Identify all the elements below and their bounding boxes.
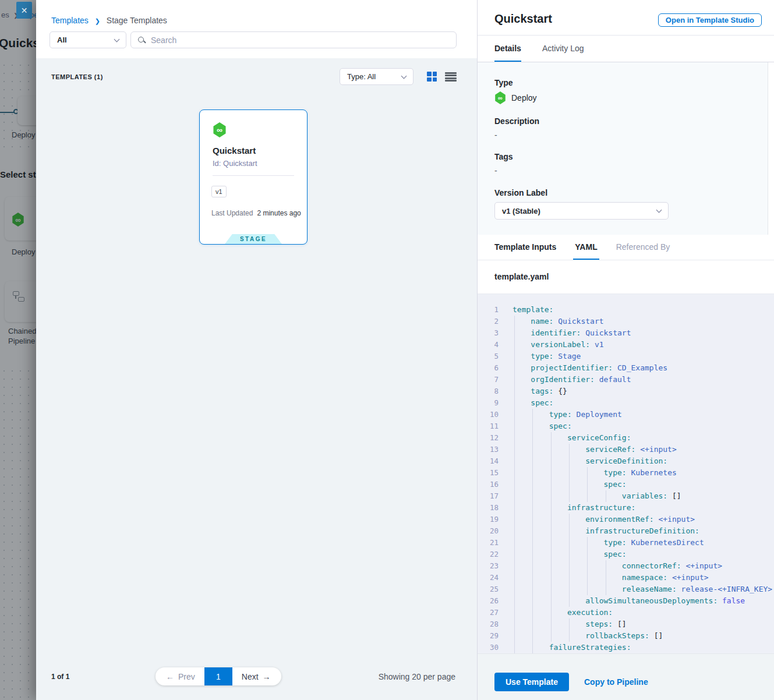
- scope-filter-select[interactable]: All: [50, 31, 126, 48]
- indent-guide: [532, 444, 533, 455]
- code-line: 5 type: Stage: [478, 351, 774, 362]
- last-updated-label: Last Updated: [211, 209, 253, 217]
- line-number: 1: [478, 304, 499, 316]
- cd-deploy-icon: ∞: [494, 91, 506, 104]
- page-number: 1: [216, 672, 221, 681]
- tab-details[interactable]: Details: [494, 35, 521, 62]
- indent-guide: [514, 432, 515, 444]
- indent-guide: [514, 572, 515, 584]
- line-number: 9: [478, 397, 499, 409]
- drawer-close-button[interactable]: ✕: [16, 2, 32, 19]
- code-text: template:: [513, 304, 553, 316]
- scope-filter-value: All: [57, 36, 67, 44]
- code-line: 7 orgIdentifier: default: [478, 374, 774, 386]
- template-card-quickstart[interactable]: ∞ Quickstart Id: Quickstart v1 Last Upda…: [199, 109, 308, 245]
- line-number: 14: [478, 455, 499, 467]
- scrollbar-track[interactable]: [768, 62, 774, 235]
- indent-guide: [569, 490, 570, 502]
- indent-guide: [569, 467, 570, 479]
- prev-page-button[interactable]: ← Prev: [155, 667, 204, 685]
- showing-per-page: Showing 20 per page: [379, 672, 455, 681]
- indent-guide: [532, 595, 533, 607]
- indent-guide: [514, 316, 515, 327]
- code-text: steps: []: [513, 618, 627, 630]
- code-text: type: Stage: [513, 351, 581, 362]
- breadcrumb-templates-link[interactable]: Templates: [51, 16, 89, 25]
- tab-referenced-by[interactable]: Referenced By: [616, 234, 670, 260]
- indent-guide: [569, 455, 570, 467]
- line-number: 20: [478, 525, 499, 537]
- indent-guide: [569, 549, 570, 560]
- indent-guide: [551, 560, 552, 572]
- next-page-button[interactable]: Next →: [232, 667, 281, 685]
- yaml-editor[interactable]: 1template:2 name: Quickstart3 identifier…: [478, 294, 774, 653]
- code-text: environmentRef: <+input>: [513, 514, 695, 525]
- code-text: type: Kubernetes: [513, 467, 677, 479]
- line-number: 7: [478, 374, 499, 386]
- line-number: 25: [478, 584, 499, 595]
- code-text: versionLabel: v1: [513, 339, 604, 351]
- divider: [213, 175, 294, 176]
- indent-guide: [551, 584, 552, 595]
- search-box: [130, 31, 457, 48]
- line-number: 5: [478, 351, 499, 362]
- grid-view-icon[interactable]: [427, 72, 437, 82]
- code-text: identifier: Quickstart: [513, 327, 631, 339]
- code-text: projectIdentifier: CD_Examples: [513, 362, 667, 374]
- indent-guide: [514, 618, 515, 630]
- use-template-button[interactable]: Use Template: [494, 673, 569, 691]
- indent-guide: [532, 618, 533, 630]
- code-line: 3 identifier: Quickstart: [478, 327, 774, 339]
- indent-guide: [532, 560, 533, 572]
- code-line: 22 spec:: [478, 549, 774, 560]
- indent-guide: [514, 467, 515, 479]
- type-filter-select[interactable]: Type: All: [340, 68, 413, 85]
- stage-type-badge: STAGE: [225, 234, 282, 244]
- indent-guide: [532, 572, 533, 584]
- indent-guide: [606, 490, 606, 502]
- line-number: 15: [478, 467, 499, 479]
- code-text: allowSimultaneousDeployments: false: [513, 595, 745, 607]
- indent-guide: [551, 479, 552, 490]
- code-line: 12 serviceConfig:: [478, 432, 774, 444]
- code-text: spec:: [513, 549, 627, 560]
- code-line: 21 type: KubernetesDirect: [478, 537, 774, 549]
- code-text: name: Quickstart: [513, 316, 604, 327]
- tab-activity-log[interactable]: Activity Log: [542, 35, 584, 62]
- indent-guide: [587, 584, 588, 595]
- page-1-button[interactable]: 1: [204, 667, 232, 685]
- grid-square: [433, 72, 437, 76]
- tab-yaml[interactable]: YAML: [575, 234, 597, 260]
- code-line: 8 tags: {}: [478, 386, 774, 397]
- indent-guide: [514, 420, 515, 432]
- line-number: 8: [478, 386, 499, 397]
- open-in-template-studio-button[interactable]: Open in Template Studio: [658, 13, 762, 27]
- list-bar: [445, 77, 457, 79]
- indent-guide: [551, 618, 552, 630]
- search-input[interactable]: [151, 36, 456, 45]
- line-number: 21: [478, 537, 499, 549]
- chevron-down-icon: [401, 73, 407, 79]
- tags-value: -: [494, 166, 497, 175]
- code-line: 15 type: Kubernetes: [478, 467, 774, 479]
- copy-to-pipeline-link[interactable]: Copy to Pipeline: [584, 677, 648, 687]
- indent-guide: [569, 618, 570, 630]
- tab-template-inputs[interactable]: Template Inputs: [494, 234, 556, 260]
- indent-guide: [587, 490, 588, 502]
- indent-guide: [569, 514, 570, 525]
- description-value: -: [494, 130, 497, 140]
- details-section: Type ∞ Deploy Description - Tags - Versi…: [478, 62, 774, 235]
- indent-guide: [514, 409, 515, 420]
- version-select[interactable]: v1 (Stable): [494, 202, 669, 220]
- list-view-icon[interactable]: [445, 72, 457, 82]
- code-text: serviceRef: <+input>: [513, 444, 677, 455]
- indent-guide: [514, 549, 515, 560]
- code-line: 14 serviceDefinition:: [478, 455, 774, 467]
- code-line: 24 namespace: <+input>: [478, 572, 774, 584]
- indent-guide: [569, 630, 570, 642]
- line-number: 23: [478, 560, 499, 572]
- grid-square: [433, 77, 437, 82]
- last-updated: Last Updated2 minutes ago: [211, 209, 301, 217]
- indent-guide: [532, 514, 533, 525]
- indent-guide: [532, 607, 533, 618]
